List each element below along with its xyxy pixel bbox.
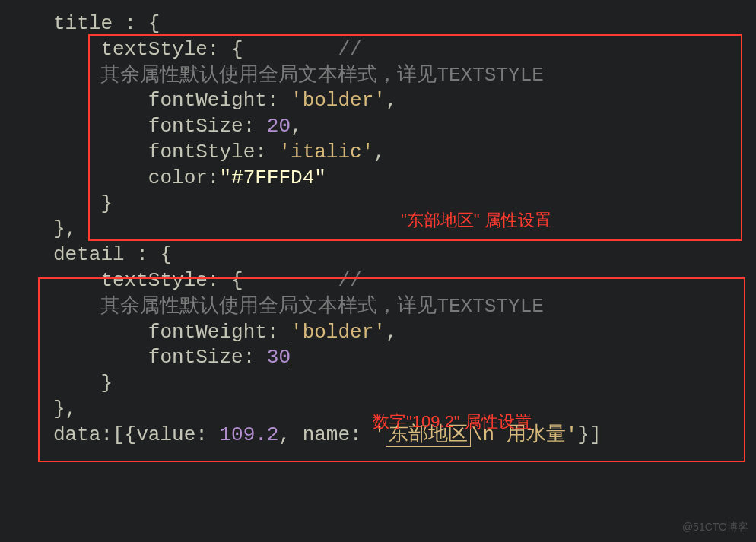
watermark: @51CTO博客 (682, 521, 748, 534)
code-line-5: fontSize: 20, (53, 114, 748, 140)
code-line-6: fontStyle: 'italic', (53, 140, 748, 166)
code-line-15: } (53, 371, 748, 397)
code-line-1: title : { (53, 11, 748, 37)
code-comment-line-3: 其余属性默认使用全局文本样式，详见TEXTSTYLE (53, 63, 748, 89)
code-line-2: textStyle: { // (53, 37, 748, 63)
code-line-7: color:"#7FFFD4" (53, 166, 748, 192)
code-line-4: fontWeight: 'bolder', (53, 88, 748, 114)
code-line-13: fontWeight: 'bolder', (53, 320, 748, 346)
annotation-label-1: "东部地区" 属性设置 (401, 209, 551, 232)
code-line-11: textStyle: { // (53, 268, 748, 294)
annotation-label-2: 数字"109.2" 属性设置 (373, 410, 532, 433)
code-line-14: fontSize: 30 (53, 345, 748, 371)
cursor-position (291, 346, 291, 369)
code-line-10: detail : { (53, 242, 748, 268)
code-comment-line-12: 其余属性默认使用全局文本样式，详见TEXTSTYLE (53, 294, 748, 320)
